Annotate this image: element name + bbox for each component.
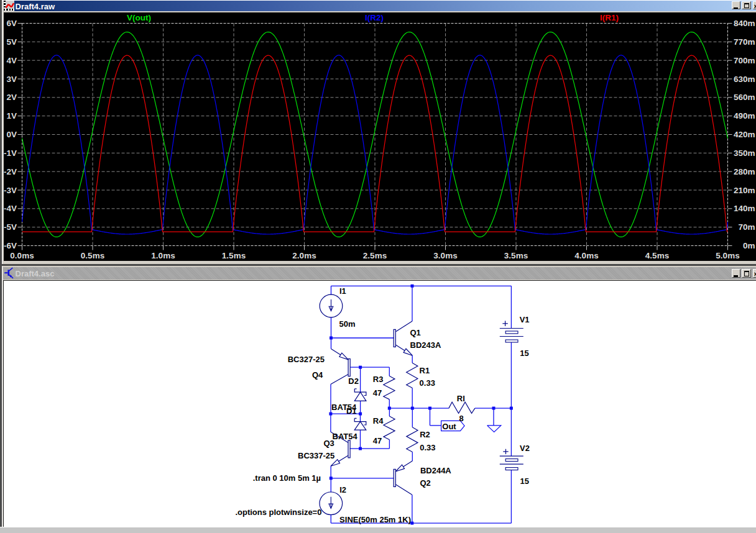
svg-text:1.5ms: 1.5ms xyxy=(222,251,246,260)
svg-text:0.33: 0.33 xyxy=(420,378,435,388)
svg-text:.tran 0 10m 5m 1µ: .tran 0 10m 5m 1µ xyxy=(253,473,321,483)
svg-text:BC327-25: BC327-25 xyxy=(288,355,325,364)
svg-text:SINE(50m 25m 1K): SINE(50m 25m 1K) xyxy=(339,515,411,524)
svg-text:840m: 840m xyxy=(734,19,755,28)
svg-text:6V: 6V xyxy=(6,19,17,28)
svg-text:2.0ms: 2.0ms xyxy=(292,251,316,260)
svg-text:50m: 50m xyxy=(339,319,356,329)
svg-text:-3V: -3V xyxy=(4,186,17,195)
svg-text:70m: 70m xyxy=(738,222,755,232)
svg-text:-4V: -4V xyxy=(4,204,17,213)
svg-text:I1: I1 xyxy=(339,286,346,296)
svg-text:0.5ms: 0.5ms xyxy=(81,251,104,260)
svg-text:5.0ms: 5.0ms xyxy=(716,251,739,260)
svg-text:420m: 420m xyxy=(734,130,755,139)
svg-text:R1: R1 xyxy=(420,366,430,375)
svg-text:770m: 770m xyxy=(734,37,755,47)
svg-text:-6V: -6V xyxy=(4,241,17,250)
svg-text:1.0ms: 1.0ms xyxy=(151,251,175,260)
svg-text:Q4: Q4 xyxy=(312,370,323,380)
svg-text:RI: RI xyxy=(457,394,465,403)
svg-text:210m: 210m xyxy=(734,186,755,195)
svg-text:700m: 700m xyxy=(734,56,755,65)
svg-text:4.0ms: 4.0ms xyxy=(574,251,598,260)
svg-text:R4: R4 xyxy=(373,416,384,426)
svg-text:3.5ms: 3.5ms xyxy=(504,251,528,260)
svg-text:V2: V2 xyxy=(520,444,530,453)
svg-text:BD243A: BD243A xyxy=(410,340,441,350)
svg-text:350m: 350m xyxy=(734,148,755,158)
svg-text:Q2: Q2 xyxy=(420,478,431,488)
svg-text:4.5ms: 4.5ms xyxy=(645,251,669,260)
svg-text:BD244A: BD244A xyxy=(420,466,451,475)
svg-text:490m: 490m xyxy=(734,111,755,121)
svg-text:-2V: -2V xyxy=(4,167,17,176)
svg-text:0.33: 0.33 xyxy=(420,443,435,452)
svg-text:Q3: Q3 xyxy=(324,439,334,448)
svg-text:I(R1): I(R1) xyxy=(600,13,619,22)
svg-text:I(R2): I(R2) xyxy=(365,13,384,22)
svg-text:R3: R3 xyxy=(373,375,384,384)
svg-text:4V: 4V xyxy=(6,56,17,65)
svg-text:3V: 3V xyxy=(6,75,17,84)
svg-text:I2: I2 xyxy=(339,485,346,494)
svg-text:3.0ms: 3.0ms xyxy=(433,251,457,260)
svg-text:BAT54: BAT54 xyxy=(333,432,358,441)
svg-text:R2: R2 xyxy=(420,430,430,439)
svg-text:140m: 140m xyxy=(734,204,755,213)
svg-text:D1: D1 xyxy=(346,406,357,416)
svg-text:-5V: -5V xyxy=(4,222,17,232)
svg-text:15: 15 xyxy=(520,348,528,358)
svg-text:0V: 0V xyxy=(6,130,17,139)
svg-text:47: 47 xyxy=(373,436,382,445)
svg-text:560m: 560m xyxy=(734,93,755,102)
svg-text:BC337-25: BC337-25 xyxy=(298,451,334,460)
svg-text:47: 47 xyxy=(373,388,382,398)
svg-text:0.0ms: 0.0ms xyxy=(10,251,34,260)
svg-text:V1: V1 xyxy=(520,315,530,324)
svg-text:8: 8 xyxy=(459,414,464,423)
svg-text:1V: 1V xyxy=(6,111,17,121)
svg-text:0m: 0m xyxy=(743,241,755,250)
svg-text:2V: 2V xyxy=(6,93,17,102)
svg-text:5V: 5V xyxy=(6,37,17,47)
svg-text:Q1: Q1 xyxy=(410,328,421,337)
svg-text:15: 15 xyxy=(520,476,529,486)
svg-text:.options plotwinsize=0: .options plotwinsize=0 xyxy=(235,508,321,517)
svg-text:Out: Out xyxy=(442,422,456,431)
svg-text:V(out): V(out) xyxy=(127,13,151,22)
svg-text:D2: D2 xyxy=(348,376,359,386)
svg-text:630m: 630m xyxy=(734,75,755,84)
svg-text:280m: 280m xyxy=(734,167,755,176)
svg-text:-1V: -1V xyxy=(4,148,17,158)
svg-text:2.5ms: 2.5ms xyxy=(363,251,387,260)
